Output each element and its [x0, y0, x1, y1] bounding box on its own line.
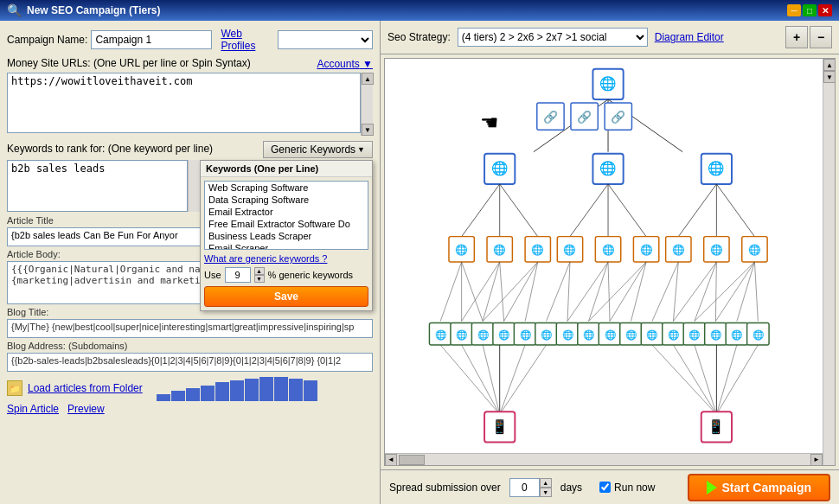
- bar-10: [304, 380, 317, 401]
- maximize-button[interactable]: □: [803, 4, 817, 16]
- accounts-link[interactable]: Accounts ▼: [317, 58, 373, 70]
- percent-input[interactable]: [225, 267, 251, 283]
- bar-2: [186, 388, 200, 401]
- money-site-header: Money Site URLs: (One URL per line or Sp…: [7, 57, 373, 71]
- svg-text:🌐: 🌐: [708, 160, 725, 176]
- close-button[interactable]: ✕: [818, 4, 832, 16]
- what-are-generic-link[interactable]: What are generic keywords ?: [204, 253, 368, 264]
- svg-text:🌐: 🌐: [710, 329, 722, 341]
- svg-text:🌐: 🌐: [520, 329, 532, 341]
- svg-text:🌐: 🌐: [563, 244, 576, 256]
- v-scroll-down[interactable]: ▼: [823, 71, 836, 83]
- v-scroll-up[interactable]: ▲: [823, 59, 836, 71]
- svg-text:🌐: 🌐: [646, 329, 658, 341]
- campaign-name-label: Campaign Name:: [7, 34, 87, 46]
- h-scroll-right[interactable]: ►: [810, 454, 823, 466]
- bar-6: [245, 379, 259, 401]
- days-spinner[interactable]: ▲ ▼: [540, 478, 552, 497]
- generic-keywords-popup: Keywords (One per Line) Web Scraping Sof…: [200, 160, 373, 311]
- money-site-urls-input[interactable]: https://wowitloveithaveit.com: [7, 73, 361, 133]
- generic-keywords-button[interactable]: Generic Keywords: [263, 141, 373, 158]
- folder-button[interactable]: 📁: [7, 380, 22, 396]
- gk-item-5[interactable]: Email Scraper: [205, 242, 368, 250]
- days-down[interactable]: ▼: [540, 488, 552, 497]
- svg-text:🌐: 🌐: [668, 329, 680, 341]
- web-profiles-link[interactable]: Web Profiles: [221, 28, 274, 52]
- diagram-editor-link[interactable]: Diagram Editor: [655, 31, 724, 43]
- bar-0: [157, 394, 170, 401]
- bar-5: [230, 380, 244, 401]
- svg-text:🔗: 🔗: [543, 110, 559, 124]
- svg-text:🌐: 🌐: [498, 329, 510, 341]
- gk-item-3[interactable]: Free Email Extractor Software Do: [205, 218, 368, 230]
- svg-text:🌐: 🌐: [640, 244, 653, 256]
- load-articles-link[interactable]: Load articles from Folder: [28, 382, 143, 394]
- percent-up[interactable]: ▲: [254, 267, 265, 275]
- bar-3: [201, 386, 215, 401]
- svg-text:🌐: 🌐: [710, 244, 723, 256]
- diagram-area[interactable]: ☚ 🌐 🔗: [384, 58, 836, 466]
- percent-spinner[interactable]: ▲ ▼: [254, 267, 265, 283]
- keywords-input[interactable]: b2b sales leads: [7, 160, 188, 212]
- percent-down[interactable]: ▼: [254, 275, 265, 283]
- svg-text:🌐: 🌐: [602, 244, 615, 256]
- days-label: days: [560, 482, 582, 494]
- start-campaign-label: Start Campaign: [722, 481, 811, 494]
- svg-text:🌐: 🌐: [493, 244, 506, 256]
- bar-8: [274, 377, 288, 401]
- gk-item-2[interactable]: Email Extractor: [205, 206, 368, 218]
- bar-chart: [157, 375, 317, 401]
- days-input[interactable]: [509, 478, 540, 497]
- blog-title-section: Blog Title: {My|The} {new|best|cool|supe…: [7, 307, 373, 338]
- spin-preview-row: Spin Article Preview: [7, 403, 373, 415]
- run-now-row: Run now: [599, 482, 655, 494]
- run-now-checkbox[interactable]: [599, 482, 611, 493]
- diagram-scrollbar-v[interactable]: ▲ ▼: [823, 59, 835, 465]
- seo-strategy-select[interactable]: (4 tiers) 2 > 2x6 > 2x7 >1 social: [458, 28, 648, 47]
- window-controls: ─ □ ✕: [787, 4, 832, 16]
- play-icon: [707, 481, 717, 494]
- days-up[interactable]: ▲: [540, 478, 552, 488]
- svg-text:🌐: 🌐: [599, 160, 617, 176]
- blog-title-value: {My|The} {new|best|cool|super|nice|inter…: [7, 319, 373, 338]
- svg-text:🌐: 🌐: [753, 329, 765, 341]
- svg-text:🌐: 🌐: [491, 160, 509, 176]
- preview-link[interactable]: Preview: [67, 403, 105, 415]
- scroll-up-btn[interactable]: ▲: [362, 73, 374, 85]
- gk-save-button[interactable]: Save: [204, 286, 368, 307]
- app-icon: 🔍: [7, 3, 22, 17]
- zoom-in-button[interactable]: +: [785, 26, 808, 48]
- h-scroll-thumb[interactable]: [399, 455, 425, 465]
- minimize-button[interactable]: ─: [787, 4, 801, 16]
- money-site-label: Money Site URLs: (One URL per line or Sp…: [7, 57, 251, 69]
- seo-header: Seo Strategy: (4 tiers) 2 > 2x6 > 2x7 >1…: [381, 21, 839, 54]
- gk-item-4[interactable]: Business Leads Scraper: [205, 230, 368, 242]
- left-panel: Campaign Name: Web Profiles Money Site U…: [0, 21, 381, 504]
- load-articles-row: 📁 Load articles from Folder: [7, 375, 373, 401]
- svg-text:🌐: 🌐: [541, 329, 553, 341]
- svg-text:🌐: 🌐: [748, 244, 761, 256]
- diagram-scrollbar-h[interactable]: ◄ ►: [385, 453, 823, 465]
- bottom-bar: Spread submission over ▲ ▼ days Run now …: [381, 469, 839, 504]
- campaign-name-input[interactable]: [91, 30, 212, 49]
- url-scrollbar: ▲ ▼: [361, 73, 373, 136]
- svg-text:🌐: 🌐: [672, 244, 685, 256]
- gk-keywords-list[interactable]: Web Scraping Software Data Scraping Soft…: [204, 181, 368, 250]
- scroll-down-btn[interactable]: ▼: [362, 124, 374, 136]
- gk-item-0[interactable]: Web Scraping Software: [205, 182, 368, 194]
- svg-text:🌐: 🌐: [456, 329, 468, 341]
- svg-text:🌐: 🌐: [605, 329, 617, 341]
- web-profiles-select[interactable]: [278, 30, 373, 49]
- zoom-out-button[interactable]: −: [810, 26, 832, 48]
- spread-label: Spread submission over: [389, 482, 501, 494]
- spin-article-link[interactable]: Spin Article: [7, 403, 59, 415]
- svg-text:🌐: 🌐: [531, 244, 544, 256]
- start-campaign-button[interactable]: Start Campaign: [688, 474, 830, 501]
- bar-9: [289, 379, 303, 401]
- svg-text:🌐: 🌐: [455, 244, 468, 256]
- campaign-name-row: Campaign Name: Web Profiles: [7, 28, 373, 52]
- main-container: Campaign Name: Web Profiles Money Site U…: [0, 21, 839, 504]
- h-scroll-left[interactable]: ◄: [385, 454, 397, 466]
- gk-item-1[interactable]: Data Scraping Software: [205, 194, 368, 206]
- zoom-controls: + −: [785, 26, 832, 48]
